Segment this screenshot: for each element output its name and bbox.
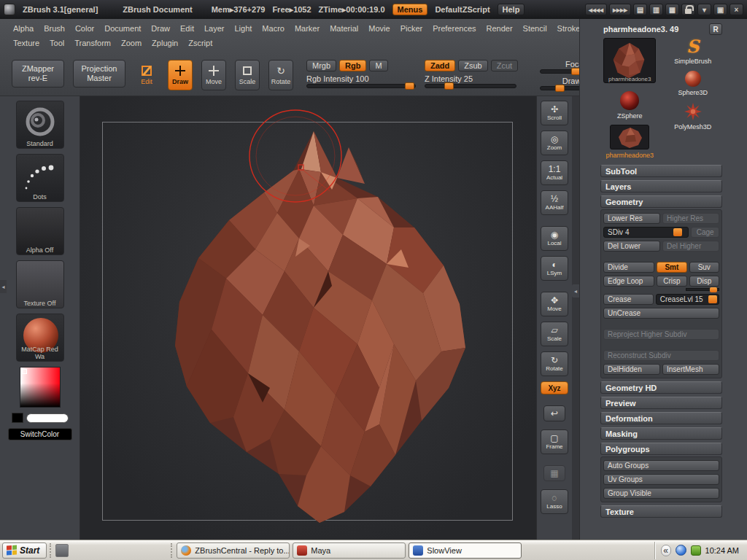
menu-texture[interactable]: Texture: [13, 39, 39, 47]
xyz-button[interactable]: Xyz: [541, 381, 568, 394]
move-mode-button[interactable]: Move: [201, 60, 226, 90]
lower-res-button[interactable]: Lower Res: [603, 213, 660, 224]
default-zscript-label[interactable]: DefaultZScript: [435, 5, 489, 14]
menu-picker[interactable]: Picker: [400, 24, 423, 33]
lock-icon[interactable]: [681, 4, 695, 15]
zadd-button[interactable]: Zadd: [425, 60, 455, 71]
menu-marker[interactable]: Marker: [295, 24, 320, 33]
menu-draw[interactable]: Draw: [151, 24, 170, 33]
task-slowview[interactable]: SlowView: [409, 542, 522, 559]
alpha-off-thumb[interactable]: Alpha Off: [16, 207, 64, 255]
lasso-button[interactable]: ◌ Lasso: [541, 489, 568, 514]
active-tool-thumb[interactable]: pharmheadone3: [603, 38, 656, 83]
secondary-color-swatch[interactable]: [12, 413, 23, 423]
crisp-button[interactable]: Crisp: [657, 276, 686, 287]
menu-transform[interactable]: Transform: [74, 39, 111, 47]
minimize-button[interactable]: ▾: [697, 4, 711, 15]
menu-brush[interactable]: Brush: [44, 24, 65, 33]
scroll-right-button[interactable]: ▸▸▸▸: [609, 4, 631, 15]
del-lower-button[interactable]: Del Lower: [603, 241, 660, 252]
rgb-intensity-handle[interactable]: [405, 82, 414, 90]
auto-groups-button[interactable]: Auto Groups: [603, 460, 719, 471]
cage-button[interactable]: Cage: [691, 227, 719, 238]
switch-color-button[interactable]: SwitchColor: [8, 428, 72, 440]
scroll-left-button[interactable]: ◂◂◂◂: [585, 4, 607, 15]
sculpt-model[interactable]: [80, 96, 536, 540]
menu-macro[interactable]: Macro: [262, 24, 285, 33]
m-button[interactable]: M: [369, 60, 387, 71]
uv-groups-button[interactable]: Uv Groups: [603, 474, 719, 485]
stroke-dots-thumb[interactable]: Dots: [16, 154, 64, 202]
task-maya[interactable]: Maya: [293, 542, 406, 559]
collapse-right-tray-icon[interactable]: ◂: [572, 284, 579, 298]
sphere3d-icon[interactable]: [685, 71, 701, 87]
section-layers[interactable]: Layers: [600, 180, 722, 192]
menu-render[interactable]: Render: [487, 24, 513, 33]
menu-alpha[interactable]: Alpha: [13, 24, 34, 33]
crease-lvl-handle[interactable]: [708, 295, 717, 303]
menu-preferences[interactable]: Preferences: [433, 24, 476, 33]
polyframe-button[interactable]: ▦: [543, 465, 565, 481]
lsym-button[interactable]: ◐ LSym: [541, 256, 568, 281]
section-deformation[interactable]: Deformation: [600, 412, 722, 424]
menu-light[interactable]: Light: [235, 24, 252, 33]
del-higher-button[interactable]: Del Higher: [662, 241, 719, 252]
menu-color[interactable]: Color: [75, 24, 94, 33]
section-polygroups[interactable]: Polygroups: [600, 443, 722, 455]
mrgb-button[interactable]: Mrgb: [306, 60, 336, 71]
material-thumb[interactable]: MatCap Red Wa: [16, 314, 64, 362]
insert-mesh-button[interactable]: InsertMesh: [662, 364, 719, 375]
menu-document[interactable]: Document: [104, 24, 141, 33]
task-zbrushcentral[interactable]: ZBrushCentral - Reply to...: [177, 542, 290, 559]
section-subtool[interactable]: SubTool: [600, 165, 722, 177]
aahalf-button[interactable]: ½ AAHalf: [541, 190, 568, 215]
menu-edit[interactable]: Edit: [180, 24, 194, 33]
rgb-button[interactable]: Rgb: [339, 60, 366, 71]
disp-res-slider[interactable]: [686, 288, 719, 291]
texture-off-thumb[interactable]: Texture Off: [16, 260, 64, 308]
menu-zscript[interactable]: Zscript: [188, 39, 212, 47]
uncrease-button[interactable]: UnCrease: [603, 308, 719, 319]
layout-preset2-icon[interactable]: ▥: [649, 4, 663, 15]
zsphere-icon[interactable]: [620, 91, 639, 110]
tray-antivirus-icon[interactable]: [691, 545, 701, 556]
layout-preset1-icon[interactable]: ▤: [633, 4, 647, 15]
quicklaunch-app-icon[interactable]: [55, 544, 69, 557]
tray-update-icon[interactable]: [676, 545, 686, 556]
close-button[interactable]: ×: [729, 4, 743, 15]
section-geometry-hd[interactable]: Geometry HD: [600, 381, 722, 394]
polymesh3d-icon[interactable]: [684, 102, 703, 121]
menu-layer[interactable]: Layer: [204, 24, 225, 33]
draw-size-handle[interactable]: [555, 85, 565, 92]
section-texture[interactable]: Texture: [600, 505, 722, 518]
divide-button[interactable]: Divide: [603, 262, 654, 273]
document-canvas[interactable]: [80, 96, 536, 540]
actual-button[interactable]: 1:1 Actual: [541, 160, 568, 185]
menu-stroke[interactable]: Stroke: [557, 24, 581, 33]
z-intensity-slider[interactable]: Z Intensity 25: [425, 74, 518, 88]
menu-material[interactable]: Material: [330, 24, 358, 33]
sdiv-handle[interactable]: [673, 228, 682, 236]
crease-button[interactable]: Crease: [603, 294, 654, 305]
group-visible-button[interactable]: Group Visible: [603, 488, 719, 499]
disp-button[interactable]: Disp: [689, 276, 719, 287]
crease-lvl-slider[interactable]: CreaseLvl 15: [656, 294, 719, 305]
reproject-button[interactable]: Reproject Higher Subdiv: [603, 329, 719, 340]
zmapper-button[interactable]: ZMapper rev-E: [12, 60, 64, 88]
taskband-handle[interactable]: [171, 543, 174, 558]
disp-res-handle[interactable]: [710, 287, 717, 292]
menu-stencil[interactable]: Stencil: [523, 24, 547, 33]
smt-button[interactable]: Smt: [657, 262, 686, 273]
scale-3d-button[interactable]: ▱ Scale: [541, 322, 568, 346]
tray-chevron-button[interactable]: «: [661, 545, 671, 556]
rgb-intensity-slider[interactable]: Rgb Intensity 100: [306, 74, 416, 88]
local-button[interactable]: ◉ Local: [541, 226, 568, 251]
suv-button[interactable]: Suv: [689, 262, 719, 273]
layout-preset3-icon[interactable]: ▦: [665, 4, 679, 15]
simplebrush-icon[interactable]: S: [686, 38, 699, 55]
projection-master-button[interactable]: Projection Master: [73, 60, 125, 88]
brush-standard-thumb[interactable]: Standard: [16, 101, 64, 149]
frame-button[interactable]: ▢ Frame: [541, 429, 568, 454]
quicklaunch-handle[interactable]: [50, 543, 53, 558]
restore-config-button[interactable]: R: [709, 23, 722, 35]
